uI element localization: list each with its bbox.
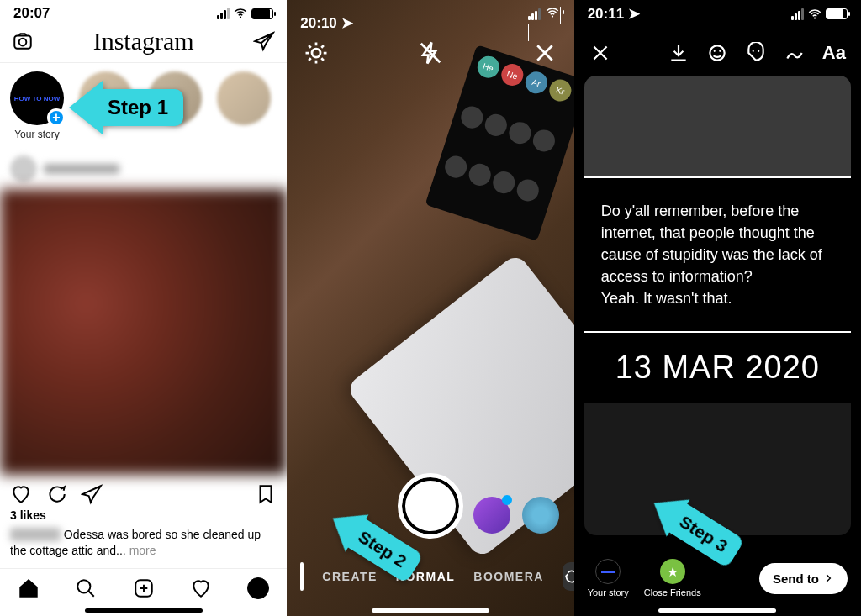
text-tool-icon[interactable]: Aa	[822, 42, 846, 64]
battery-icon	[826, 8, 848, 19]
svg-point-12	[758, 50, 759, 52]
battery-icon	[251, 8, 273, 19]
new-post-tab-icon[interactable]	[133, 577, 155, 599]
more-link[interactable]: more	[129, 544, 156, 557]
status-time: 20:07	[13, 5, 50, 22]
activity-tab-icon[interactable]	[190, 577, 212, 599]
app-header: Instagram	[0, 22, 287, 63]
your-story[interactable]: HOW TO NOW + Your story	[7, 71, 67, 140]
close-icon[interactable]	[589, 42, 611, 64]
svg-point-7	[814, 17, 816, 18]
status-time: 20:10	[300, 15, 336, 31]
svg-point-9	[714, 50, 716, 52]
chevron-right-icon	[822, 572, 834, 584]
filter-option[interactable]	[522, 497, 559, 534]
editor-top-controls: Aa	[574, 42, 861, 64]
story-date-sticker[interactable]: 13 MAR 2020	[584, 333, 851, 403]
tab-bar	[0, 568, 287, 611]
bookmark-icon[interactable]	[255, 483, 277, 505]
wifi-icon	[233, 6, 248, 21]
your-story-avatar[interactable]: HOW TO NOW +	[10, 71, 64, 125]
comment-icon[interactable]	[45, 483, 67, 505]
wifi-icon	[807, 7, 822, 22]
share-icon[interactable]	[81, 483, 103, 505]
post-actions	[0, 475, 287, 507]
camera-icon[interactable]	[12, 30, 34, 52]
home-indicator	[658, 608, 776, 613]
filter-option[interactable]	[473, 497, 510, 534]
signal-icon	[528, 8, 541, 20]
sticker-icon[interactable]	[745, 42, 767, 64]
your-story-avatar-small	[595, 559, 621, 584]
post-header[interactable]	[0, 149, 287, 189]
signal-icon	[791, 8, 804, 20]
post-username[interactable]	[44, 164, 119, 174]
svg-point-5	[552, 15, 553, 17]
svg-point-11	[753, 50, 754, 52]
story-canvas[interactable]: Do y'all remember, before the internet, …	[584, 76, 851, 535]
svg-point-10	[719, 50, 721, 52]
send-to-button[interactable]: Send to	[759, 563, 848, 594]
add-story-plus-icon[interactable]: +	[47, 108, 66, 127]
story-item[interactable]	[214, 71, 274, 125]
screen-story-editor: 20:11 ➤ Aa Do y'all remember, before the…	[574, 0, 861, 616]
shutter-button[interactable]	[398, 473, 463, 539]
svg-point-3	[78, 580, 91, 592]
settings-icon[interactable]	[304, 40, 329, 66]
share-your-story[interactable]: Your story	[588, 559, 629, 598]
close-friends-icon: ★	[660, 559, 685, 584]
instagram-logo: Instagram	[93, 27, 194, 55]
direct-messages-icon[interactable]	[253, 30, 275, 52]
status-bar: 20:11 ➤	[574, 0, 861, 23]
sticker-sheet-prop: He Ne Ar Kr	[425, 45, 573, 240]
status-time: 20:11	[588, 6, 624, 22]
screen-feed: 20:07 Instagram HOW TO NOW + Your story	[0, 0, 287, 616]
camera-top-controls	[287, 40, 573, 66]
caption-username[interactable]	[10, 528, 61, 541]
svg-point-2	[19, 39, 27, 46]
home-indicator	[372, 608, 489, 613]
signal-icon	[217, 8, 230, 19]
post-caption[interactable]: Odessa was bored so she cleaned up the c…	[0, 524, 287, 562]
post-user-avatar[interactable]	[10, 155, 37, 182]
svg-point-8	[710, 45, 724, 60]
story-text[interactable]: Do y'all remember, before the internet, …	[584, 178, 851, 331]
face-filters	[473, 497, 559, 534]
switch-camera-button[interactable]	[563, 562, 574, 591]
post-image[interactable]	[0, 189, 287, 475]
gallery-thumbnail[interactable]	[300, 562, 304, 591]
status-bar: 20:10 ➤	[287, 0, 573, 41]
flash-off-icon[interactable]	[418, 40, 443, 66]
close-icon[interactable]	[532, 40, 557, 66]
like-icon[interactable]	[10, 483, 32, 505]
location-icon: ➤	[341, 15, 353, 31]
status-bar: 20:07	[0, 0, 287, 22]
svg-point-6	[312, 49, 320, 57]
search-tab-icon[interactable]	[75, 577, 97, 599]
your-story-label: Your story	[14, 129, 60, 140]
download-icon[interactable]	[668, 42, 689, 64]
home-indicator	[85, 608, 203, 613]
camera-modes: CREATE NORMAL BOOMERA	[287, 562, 573, 591]
wifi-icon	[545, 5, 560, 20]
profile-tab-icon[interactable]	[247, 577, 269, 599]
location-icon: ➤	[628, 6, 640, 22]
step-1-annotation: Step 1	[69, 81, 183, 134]
mode-create[interactable]: CREATE	[322, 570, 378, 583]
screen-story-camera: He Ne Ar Kr 20:10 ➤ CREATE NORMAL BOOMER…	[287, 0, 573, 616]
draw-icon[interactable]	[784, 42, 806, 64]
mode-boomerang[interactable]: BOOMERA	[473, 570, 544, 583]
share-close-friends[interactable]: ★ Close Friends	[644, 559, 701, 598]
home-tab-icon[interactable]	[18, 577, 40, 599]
likes-count[interactable]: 3 likes	[0, 507, 287, 524]
effects-icon[interactable]	[706, 42, 728, 64]
svg-point-0	[240, 16, 241, 18]
